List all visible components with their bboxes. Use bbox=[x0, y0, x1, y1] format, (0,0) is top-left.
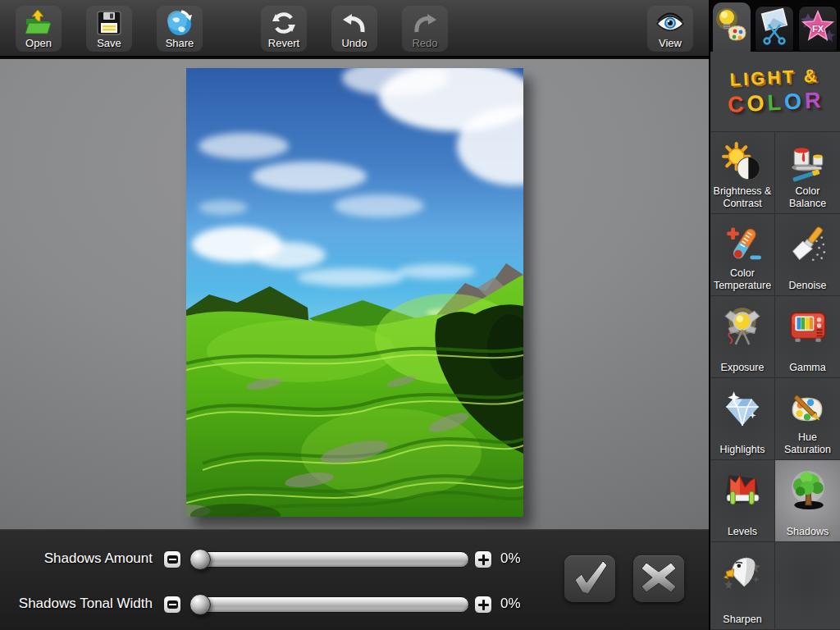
open-folder-icon bbox=[16, 8, 62, 38]
floppy-disk-icon bbox=[86, 8, 132, 38]
tool-label: Exposure bbox=[719, 362, 766, 373]
shadows-tonal-width-slider-knob[interactable] bbox=[189, 594, 211, 615]
plus-icon bbox=[478, 555, 489, 565]
sidebar-tabs: FX bbox=[710, 0, 840, 52]
sun-contrast-icon bbox=[710, 137, 774, 188]
eagle-icon bbox=[710, 547, 774, 598]
shadows-amount-increase-button[interactable] bbox=[474, 550, 492, 568]
shadows-amount-label: Shadows Amount bbox=[0, 550, 153, 567]
shadows-amount-decrease-button[interactable] bbox=[163, 550, 181, 568]
tool-label: Color Temperature bbox=[710, 267, 774, 291]
shadows-tonal-width-increase-button[interactable] bbox=[474, 596, 492, 614]
open-button[interactable]: Open bbox=[16, 6, 62, 52]
tv-icon bbox=[775, 301, 840, 352]
open-button-label: Open bbox=[25, 37, 52, 49]
logo-line2: COLOR bbox=[727, 88, 824, 118]
tool-grid-empty-cell bbox=[775, 542, 840, 630]
shadows-tonal-width-decrease-button[interactable] bbox=[163, 596, 181, 614]
shadows-tonal-width-slider[interactable] bbox=[190, 596, 469, 613]
tool-label: Hue Saturation bbox=[775, 431, 840, 455]
adjustment-panel: Shadows Amount 0% Shadows Tonal Width bbox=[0, 529, 709, 630]
photo-scissors-icon bbox=[757, 8, 792, 49]
tab-crop-and-tools[interactable] bbox=[755, 6, 794, 52]
apply-button[interactable] bbox=[564, 555, 615, 602]
minus-icon bbox=[167, 600, 178, 609]
photo-preview bbox=[186, 68, 523, 517]
tool-label: Sharpen bbox=[721, 614, 763, 625]
globe-share-icon bbox=[157, 8, 203, 38]
tab-light-and-color[interactable] bbox=[713, 2, 751, 52]
palette-brush-icon bbox=[775, 383, 840, 434]
tool-color-temperature[interactable]: Color Temperature bbox=[710, 214, 775, 296]
canvas-area bbox=[0, 59, 709, 529]
eye-icon bbox=[647, 8, 693, 38]
tool-hue-saturation[interactable]: Hue Saturation bbox=[775, 378, 840, 460]
tool-levels[interactable]: Levels bbox=[710, 460, 775, 542]
tool-color-balance[interactable]: Color Balance bbox=[775, 132, 840, 214]
checkmark-icon bbox=[570, 559, 609, 599]
x-icon bbox=[640, 559, 678, 599]
diamond-icon bbox=[710, 383, 774, 434]
undo-button[interactable]: Undo bbox=[331, 6, 377, 52]
save-button[interactable]: Save bbox=[86, 6, 132, 52]
view-button[interactable]: View bbox=[647, 6, 693, 52]
revert-button[interactable]: Revert bbox=[261, 6, 307, 52]
tool-denoise[interactable]: Denoise bbox=[775, 214, 840, 296]
tool-label: Brightness & Contrast bbox=[710, 185, 774, 209]
tool-exposure[interactable]: Exposure bbox=[710, 296, 775, 378]
tool-shadows[interactable]: Shadows bbox=[775, 460, 840, 542]
toolbar: Open Save bbox=[0, 0, 709, 57]
logo-line1: LIGHT & bbox=[729, 65, 819, 91]
tool-highlights[interactable]: Highlights bbox=[710, 378, 775, 460]
tool-label: Shadows bbox=[785, 526, 830, 537]
light-and-color-logo: LIGHT & COLOR bbox=[709, 48, 840, 135]
share-button-label: Share bbox=[166, 37, 194, 49]
cancel-button[interactable] bbox=[633, 555, 684, 602]
tool-sharpen[interactable]: Sharpen bbox=[710, 542, 775, 630]
undo-button-label: Undo bbox=[341, 37, 367, 49]
redo-button[interactable]: Redo bbox=[402, 6, 448, 52]
spotlight-icon bbox=[710, 301, 774, 352]
redo-button-label: Redo bbox=[412, 37, 437, 49]
revert-arrows-icon bbox=[261, 8, 307, 38]
tool-label: Levels bbox=[726, 526, 759, 537]
minus-icon bbox=[167, 555, 178, 564]
shadows-amount-value: 0% bbox=[500, 550, 521, 567]
shadows-tonal-width-label: Shadows Tonal Width bbox=[0, 596, 153, 612]
sidebar: FX LIGHT & COLOR bbox=[709, 0, 840, 630]
shadows-amount-slider[interactable] bbox=[190, 551, 469, 568]
shadows-tonal-width-value: 0% bbox=[500, 596, 521, 612]
photo-editor-app: Open Save bbox=[0, 0, 840, 630]
redo-arrow-icon bbox=[402, 8, 448, 38]
shadows-amount-slider-knob[interactable] bbox=[189, 549, 211, 570]
paint-cans-icon bbox=[775, 137, 840, 188]
tool-brightness-contrast[interactable]: Brightness & Contrast bbox=[710, 132, 775, 214]
tool-gamma[interactable]: Gamma bbox=[775, 296, 840, 378]
thermometer-icon bbox=[710, 219, 774, 270]
plus-icon bbox=[478, 600, 489, 610]
histogram-icon bbox=[710, 465, 774, 516]
fx-star-icon bbox=[800, 8, 836, 49]
save-button-label: Save bbox=[97, 37, 121, 49]
revert-button-label: Revert bbox=[268, 37, 299, 49]
tool-label: Highlights bbox=[719, 444, 767, 455]
view-button-label: View bbox=[659, 37, 682, 49]
tool-label: Denoise bbox=[788, 280, 829, 291]
share-button[interactable]: Share bbox=[157, 6, 203, 52]
tree-icon bbox=[775, 465, 840, 516]
bulb-palette-icon bbox=[714, 7, 749, 48]
tab-effects[interactable]: FX bbox=[798, 6, 838, 52]
tool-label: Gamma bbox=[788, 362, 827, 373]
tool-label: Color Balance bbox=[775, 185, 840, 209]
undo-arrow-icon bbox=[331, 8, 377, 38]
brush-icon bbox=[775, 219, 840, 270]
tool-grid: Brightness & Contrast bbox=[710, 131, 840, 630]
